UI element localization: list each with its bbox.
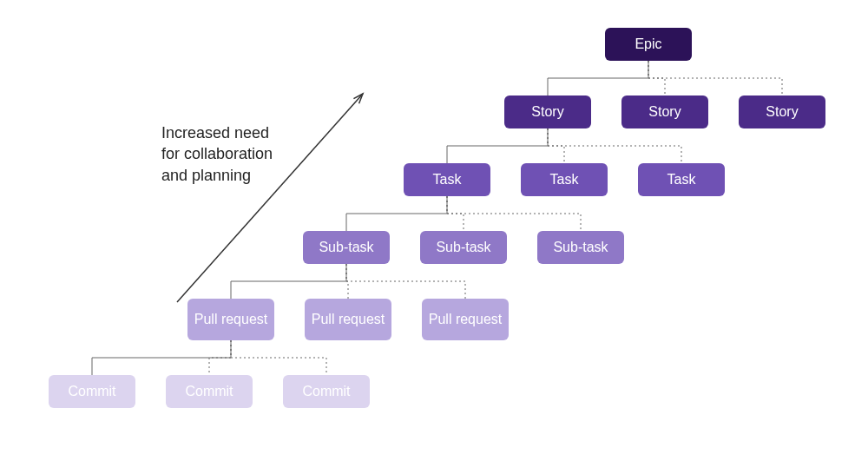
node-label: Story <box>766 104 798 120</box>
annotation-text: Increased need for collaboration and pla… <box>161 122 273 186</box>
node-label: Commit <box>185 384 233 399</box>
node-label: Commit <box>68 384 115 399</box>
node-pull-request: Pull request <box>187 299 274 340</box>
node-story: Story <box>621 95 708 128</box>
node-subtask: Sub-task <box>420 231 507 264</box>
node-label: Story <box>648 104 681 120</box>
annotation-line: and planning <box>161 167 251 184</box>
node-commit: Commit <box>49 375 135 408</box>
node-label: Sub-task <box>319 240 373 255</box>
annotation-line: Increased need <box>161 124 269 142</box>
connector-line <box>548 61 648 95</box>
node-label: Sub-task <box>553 240 608 255</box>
node-pull-request: Pull request <box>422 299 509 340</box>
connector-line <box>346 264 465 299</box>
connector-line <box>346 196 447 231</box>
node-epic: Epic <box>605 28 692 61</box>
connector-line <box>447 128 548 163</box>
node-label: Commit <box>302 384 350 399</box>
node-label: Task <box>667 172 696 188</box>
connector-line <box>447 196 464 231</box>
connector-line <box>346 264 348 299</box>
connector-line <box>648 61 665 95</box>
arrow-head-icon <box>353 94 363 103</box>
connector-line <box>92 340 231 375</box>
node-label: Sub-task <box>436 240 490 255</box>
connector-line <box>231 264 346 299</box>
connector-line <box>231 340 326 375</box>
node-task: Task <box>638 163 725 196</box>
node-label: Pull request <box>194 312 268 327</box>
node-story: Story <box>739 95 825 128</box>
node-subtask: Sub-task <box>537 231 624 264</box>
connector-line <box>648 61 782 95</box>
node-label: Pull request <box>429 312 503 327</box>
node-task: Task <box>521 163 608 196</box>
node-label: Pull request <box>312 312 385 327</box>
node-label: Story <box>531 104 563 120</box>
connector-line <box>209 340 231 375</box>
node-label: Task <box>550 172 579 188</box>
connector-line <box>447 196 581 231</box>
node-label: Epic <box>635 36 661 52</box>
node-pull-request: Pull request <box>305 299 391 340</box>
node-story: Story <box>504 95 591 128</box>
node-label: Task <box>433 172 462 188</box>
connector-line <box>548 128 681 163</box>
annotation-line: for collaboration <box>161 145 273 162</box>
diagram-stage: Increased need for collaboration and pla… <box>0 0 868 461</box>
node-subtask: Sub-task <box>303 231 390 264</box>
node-commit: Commit <box>283 375 370 408</box>
node-commit: Commit <box>166 375 253 408</box>
node-task: Task <box>404 163 490 196</box>
connector-line <box>548 128 564 163</box>
